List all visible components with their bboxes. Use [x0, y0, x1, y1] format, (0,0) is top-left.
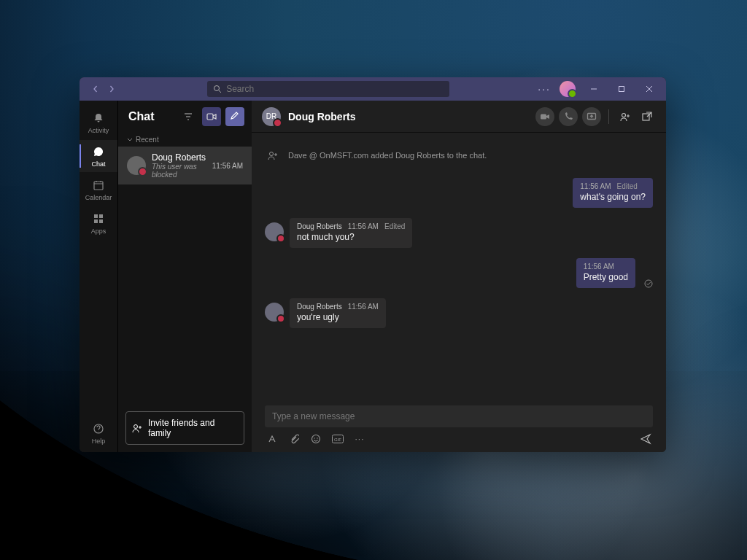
message-mine[interactable]: 11:56 AM Edited what's going on? — [265, 178, 653, 208]
help-icon — [91, 421, 106, 436]
window-close-button[interactable] — [640, 79, 659, 98]
rail-label: Chat — [91, 160, 105, 168]
video-call-button[interactable] — [535, 107, 554, 126]
window-minimize-button[interactable] — [584, 79, 603, 98]
compose-more-button[interactable]: ··· — [354, 433, 365, 445]
people-add-icon — [132, 423, 142, 433]
chevron-down-icon — [127, 137, 133, 143]
sender-avatar-icon — [265, 303, 284, 322]
chat-list-item[interactable]: Doug Roberts This user was blocked 11:56… — [118, 147, 252, 184]
screenshare-button[interactable] — [582, 107, 601, 126]
apps-icon — [91, 211, 106, 226]
svg-rect-10 — [541, 114, 546, 119]
sidebar-title: Chat — [128, 110, 155, 123]
svg-rect-5 — [94, 219, 98, 223]
rail-label: Calendar — [85, 194, 112, 201]
svg-point-12 — [622, 113, 626, 117]
chat-header: DR Doug Roberts — [252, 101, 666, 133]
gif-button[interactable]: GIF — [332, 433, 344, 445]
nav-back-button[interactable] — [88, 82, 103, 96]
chat-item-name: Doug Roberts — [152, 152, 206, 163]
message-mine[interactable]: 11:56 AM Pretty good — [265, 258, 653, 288]
rail-label: Apps — [91, 228, 107, 235]
message-time: 11:56 AM — [584, 262, 614, 271]
message-text: you're ugly — [297, 312, 379, 322]
message-time: 11:56 AM — [348, 222, 379, 230]
read-receipt-icon — [644, 279, 653, 288]
svg-point-14 — [270, 152, 274, 156]
svg-point-18 — [317, 438, 317, 438]
rail-label: Activity — [88, 127, 109, 134]
svg-point-15 — [645, 280, 652, 287]
search-input[interactable] — [226, 84, 444, 94]
message-sender: Doug Roberts — [297, 222, 342, 230]
rail-chat[interactable]: Chat — [80, 140, 117, 172]
svg-rect-3 — [94, 214, 98, 218]
invite-label: Invite friends and family — [148, 418, 238, 438]
nav-forward-button[interactable] — [104, 82, 119, 96]
section-recent[interactable]: Recent — [118, 133, 252, 147]
calendar-icon — [91, 178, 106, 192]
app-rail: Activity Chat Calendar Apps — [80, 101, 117, 452]
contact-name: Doug Roberts — [288, 111, 356, 122]
window-maximize-button[interactable] — [612, 79, 631, 98]
filter-button[interactable] — [179, 107, 198, 126]
meet-now-button[interactable] — [202, 107, 221, 126]
message-text: Pretty good — [584, 272, 628, 282]
rail-calendar[interactable]: Calendar — [80, 174, 117, 206]
sender-avatar-icon — [265, 222, 284, 241]
message-time: 11:56 AM — [580, 182, 611, 190]
message-text: not much you? — [297, 232, 405, 242]
chat-item-preview: This user was blocked — [152, 163, 206, 179]
svg-point-9 — [134, 425, 138, 429]
rail-label: Help — [92, 438, 106, 445]
send-button[interactable] — [640, 433, 651, 445]
svg-point-16 — [312, 435, 320, 443]
contact-avatar-icon — [127, 156, 146, 175]
message-sender: Doug Roberts — [297, 303, 342, 311]
svg-rect-4 — [99, 214, 103, 218]
svg-rect-2 — [94, 182, 103, 190]
edited-label: Edited — [384, 222, 405, 230]
popout-button[interactable] — [638, 108, 656, 125]
rail-apps[interactable]: Apps — [80, 207, 117, 239]
compose-input[interactable] — [272, 411, 646, 421]
teams-window: ··· Activity — [80, 77, 666, 452]
rail-activity[interactable]: Activity — [80, 106, 117, 139]
svg-rect-8 — [207, 114, 213, 120]
titlebar: ··· — [80, 77, 666, 101]
person-add-icon — [265, 147, 281, 163]
audio-call-button[interactable] — [559, 107, 578, 126]
svg-point-0 — [214, 86, 220, 91]
svg-rect-6 — [99, 219, 103, 223]
more-button[interactable]: ··· — [538, 83, 551, 95]
attach-button[interactable] — [288, 433, 300, 445]
emoji-button[interactable] — [310, 433, 322, 445]
message-text: what's going on? — [580, 192, 646, 202]
profile-avatar[interactable] — [560, 81, 576, 97]
svg-rect-13 — [643, 114, 649, 120]
search-box[interactable] — [207, 81, 449, 97]
message-list: Dave @ OnMSFT.com added Doug Roberts to … — [252, 133, 666, 400]
bell-icon — [91, 111, 106, 125]
svg-point-17 — [314, 438, 314, 438]
rail-help[interactable]: Help — [80, 417, 117, 449]
chat-item-time: 11:56 AM — [212, 162, 243, 170]
contact-avatar[interactable]: DR — [262, 107, 281, 126]
add-people-button[interactable] — [616, 108, 634, 125]
message-other[interactable]: Doug Roberts 11:56 AM you're ugly — [265, 298, 653, 328]
message-other[interactable]: Doug Roberts 11:56 AM Edited not much yo… — [265, 218, 653, 248]
chat-sidebar: Chat Recent — [117, 101, 252, 452]
message-time: 11:56 AM — [348, 303, 379, 311]
edited-label: Edited — [617, 182, 638, 190]
new-chat-button[interactable] — [225, 107, 244, 126]
system-message: Dave @ OnMSFT.com added Doug Roberts to … — [265, 143, 653, 168]
composer: GIF ··· — [252, 400, 666, 452]
invite-button[interactable]: Invite friends and family — [125, 411, 244, 445]
compose-input-wrapper[interactable] — [265, 405, 653, 427]
search-icon — [213, 85, 222, 93]
svg-rect-1 — [619, 87, 624, 92]
chat-icon — [91, 144, 106, 159]
divider — [608, 109, 609, 124]
format-button[interactable] — [266, 433, 278, 445]
